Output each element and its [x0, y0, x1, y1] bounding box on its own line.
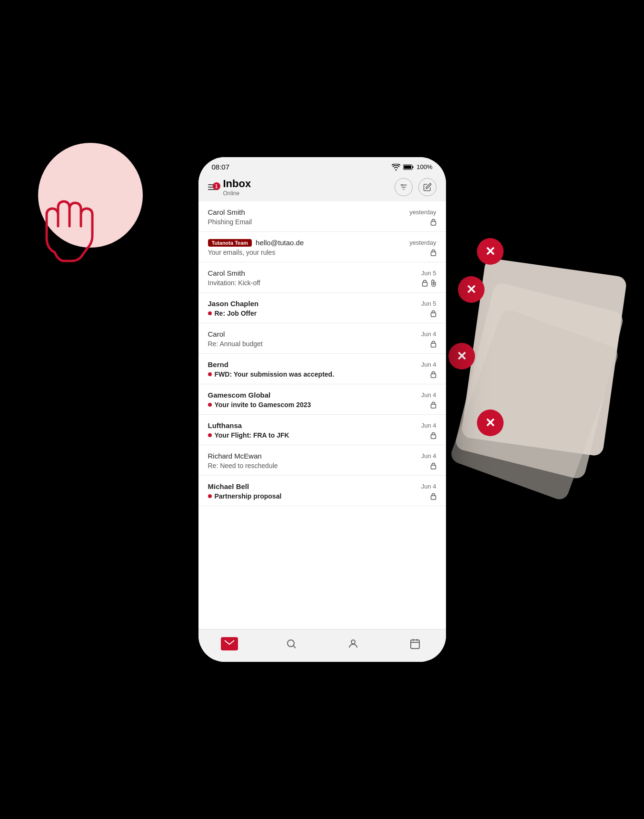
email-sender: Carol Smith — [208, 269, 245, 277]
email-subject: Re: Annual budget — [208, 340, 263, 348]
email-item[interactable]: Tutanota Teamhello@tutao.deyesterdayYour… — [198, 232, 446, 262]
email-sender: Lufthansa — [208, 421, 242, 429]
email-subject: Phishing Email — [208, 218, 252, 226]
delete-btn-3[interactable]: ✕ — [448, 343, 475, 370]
email-action-icons — [430, 432, 436, 439]
nav-mail-icon-wrap — [219, 635, 240, 652]
nav-contacts-icon-wrap — [343, 635, 364, 652]
email-subject: FWD: Your submission was accepted. — [208, 370, 335, 378]
delete-btn-4[interactable]: ✕ — [477, 410, 504, 436]
contacts-icon — [347, 638, 359, 649]
email-subject: Your Flight: FRA to JFK — [208, 431, 289, 439]
email-sender: Bernd — [208, 360, 228, 369]
svg-rect-2 — [413, 166, 414, 168]
nav-contacts[interactable] — [343, 635, 364, 652]
phone-frame: 08:07 100% — [198, 157, 446, 662]
email-item[interactable]: Gamescom GlobalJun 4Your invite to Games… — [198, 384, 446, 415]
email-date: Jun 4 — [421, 422, 436, 429]
email-sender: Jason Chaplen — [208, 300, 259, 308]
email-item[interactable]: CarolJun 4Re: Annual budget — [198, 323, 446, 354]
search-icon — [286, 638, 297, 649]
filter-icon — [399, 183, 408, 191]
email-item[interactable]: BerndJun 4FWD: Your submission was accep… — [198, 354, 446, 384]
status-time: 08:07 — [212, 163, 230, 171]
email-date: Jun 5 — [421, 270, 436, 277]
nav-calendar[interactable] — [405, 635, 426, 652]
email-subject: Your invite to Gamescom 2023 — [208, 401, 311, 409]
delete-btn-2[interactable]: ✕ — [458, 276, 485, 303]
compose-button[interactable] — [418, 178, 436, 196]
svg-rect-10 — [431, 313, 436, 317]
nav-search-icon-wrap — [281, 635, 302, 652]
svg-rect-15 — [431, 465, 436, 469]
email-action-icons — [430, 401, 436, 409]
unread-dot — [208, 311, 212, 315]
email-item[interactable]: Carol SmithyesterdayPhishing Email — [198, 201, 446, 232]
svg-line-19 — [293, 646, 296, 649]
header-title-block: Inbox Online — [223, 178, 251, 197]
svg-rect-12 — [431, 374, 436, 378]
email-item[interactable]: Michael BellJun 4Partnership proposal — [198, 476, 446, 506]
hand-icon — [29, 181, 124, 276]
email-item[interactable]: Jason ChaplenJun 5Re: Job Offer — [198, 293, 446, 323]
tutanota-badge: Tutanota Team — [208, 239, 252, 247]
status-bar: 08:07 100% — [198, 157, 446, 174]
online-status: Online — [223, 190, 251, 197]
nav-search[interactable] — [281, 635, 302, 652]
delete-btn-1[interactable]: ✕ — [477, 238, 504, 265]
email-action-icons — [430, 462, 436, 469]
email-date: Jun 4 — [421, 452, 436, 459]
inbox-badge: 1 — [213, 182, 220, 190]
svg-rect-1 — [404, 165, 412, 169]
header-left: 1 Inbox Online — [208, 178, 395, 197]
scene: ✕ ✕ ✕ ✕ 08:07 — [0, 0, 644, 819]
unread-dot — [208, 403, 212, 407]
menu-button[interactable]: 1 — [208, 184, 218, 190]
email-item[interactable]: LufthansaJun 4Your Flight: FRA to JFK — [198, 415, 446, 445]
battery-icon — [403, 164, 414, 170]
svg-rect-9 — [422, 282, 427, 286]
email-sender: Michael Bell — [208, 482, 249, 490]
svg-point-18 — [287, 640, 294, 647]
email-date: Jun 5 — [421, 300, 436, 307]
nav-calendar-icon-wrap — [405, 635, 426, 652]
wifi-icon — [392, 164, 400, 170]
email-action-icons — [430, 219, 436, 226]
battery-percent: 100% — [416, 163, 432, 170]
email-subject: Re: Job Offer — [208, 310, 257, 317]
email-action-icons — [430, 249, 436, 256]
svg-rect-8 — [431, 252, 436, 256]
unread-dot — [208, 433, 212, 437]
lock-icon — [430, 249, 436, 256]
header-actions — [395, 178, 436, 196]
svg-rect-16 — [431, 496, 436, 499]
email-date: Jun 4 — [421, 483, 436, 490]
email-list: Carol SmithyesterdayPhishing EmailTutano… — [198, 201, 446, 629]
attachment-icon — [431, 279, 436, 287]
email-sender: Tutanota Teamhello@tutao.de — [208, 239, 304, 247]
lock-icon — [430, 310, 436, 317]
nav-mail[interactable] — [219, 635, 240, 652]
nav-mail-icon — [221, 637, 238, 650]
email-subject: Re: Need to reschedule — [208, 462, 278, 469]
email-date: Jun 4 — [421, 330, 436, 338]
email-subject: Partnership proposal — [208, 492, 282, 500]
email-action-icons — [430, 371, 436, 378]
email-action-icons — [430, 493, 436, 500]
lock-icon — [422, 280, 428, 287]
email-date: Jun 4 — [421, 391, 436, 399]
lock-icon — [430, 493, 436, 500]
phone-screen: 08:07 100% — [198, 157, 446, 662]
svg-point-20 — [351, 640, 355, 644]
filter-button[interactable] — [395, 178, 413, 196]
email-date: yesterday — [409, 209, 436, 216]
email-item[interactable]: Carol SmithJun 5Invitation: Kick-off — [198, 262, 446, 293]
lock-icon — [430, 371, 436, 378]
bottom-nav — [198, 629, 446, 662]
email-action-icons — [422, 279, 436, 287]
email-subject: Your emails, your rules — [208, 249, 276, 256]
lock-icon — [430, 340, 436, 348]
calendar-icon — [409, 638, 421, 649]
email-item[interactable]: Richard McEwanJun 4Re: Need to reschedul… — [198, 445, 446, 476]
header: 1 Inbox Online — [198, 174, 446, 201]
